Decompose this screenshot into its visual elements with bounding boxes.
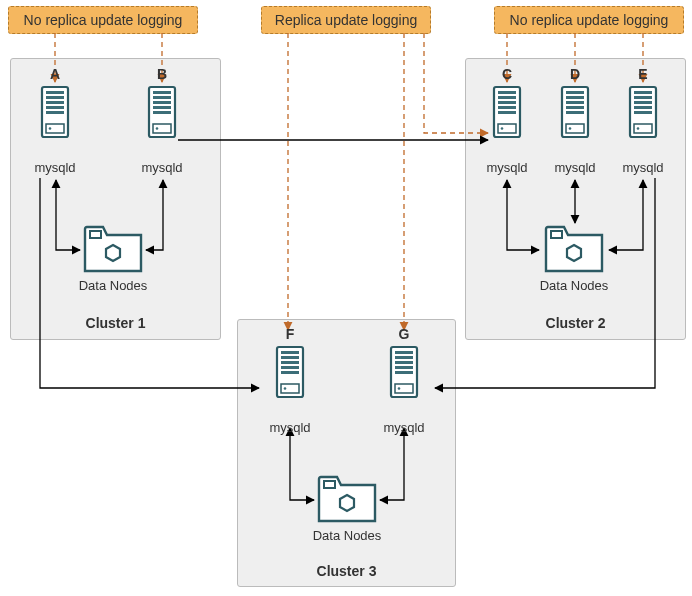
cluster-2-datanodes-icon <box>544 225 604 273</box>
svg-rect-52 <box>395 356 413 359</box>
svg-rect-30 <box>566 111 584 114</box>
svg-rect-34 <box>634 91 652 94</box>
svg-rect-14 <box>153 124 171 133</box>
svg-rect-22 <box>498 111 516 114</box>
svg-rect-37 <box>634 106 652 109</box>
svg-rect-38 <box>634 111 652 114</box>
server-F-process: mysqld <box>263 420 317 435</box>
server-G-letter: G <box>387 326 421 342</box>
svg-rect-10 <box>153 96 171 99</box>
arrow-B-datanodes <box>146 180 163 250</box>
server-D-icon <box>561 86 589 138</box>
server-A-process: mysqld <box>28 160 82 175</box>
svg-rect-21 <box>498 106 516 109</box>
svg-rect-1 <box>46 91 64 94</box>
server-G-icon <box>390 346 418 398</box>
svg-rect-13 <box>153 111 171 114</box>
svg-rect-12 <box>153 106 171 109</box>
svg-rect-41 <box>551 231 562 238</box>
cluster-1-datanodes-icon <box>83 225 143 273</box>
server-A-icon <box>41 86 69 138</box>
cluster-2-datanodes-label: Data Nodes <box>531 278 617 293</box>
svg-rect-28 <box>566 101 584 104</box>
server-B-icon <box>148 86 176 138</box>
svg-point-49 <box>284 387 287 390</box>
svg-rect-16 <box>90 231 101 238</box>
cluster-1-datanodes-label: Data Nodes <box>70 278 156 293</box>
svg-rect-9 <box>153 91 171 94</box>
server-D-letter: D <box>558 66 592 82</box>
server-C-icon <box>493 86 521 138</box>
svg-rect-58 <box>324 481 335 488</box>
arrow-E-datanodes <box>609 180 643 250</box>
svg-rect-4 <box>46 106 64 109</box>
server-D-process: mysqld <box>548 160 602 175</box>
arrow-annot-center-to-C <box>424 33 488 133</box>
svg-rect-46 <box>281 366 299 369</box>
server-E-icon <box>629 86 657 138</box>
svg-rect-18 <box>498 91 516 94</box>
svg-rect-5 <box>46 111 64 114</box>
svg-rect-11 <box>153 101 171 104</box>
arrow-A-datanodes <box>56 180 80 250</box>
svg-rect-20 <box>498 101 516 104</box>
server-C-process: mysqld <box>480 160 534 175</box>
svg-rect-51 <box>395 351 413 354</box>
svg-rect-26 <box>566 91 584 94</box>
svg-rect-29 <box>566 106 584 109</box>
svg-point-24 <box>501 127 504 130</box>
arrow-F-datanodes <box>290 428 314 500</box>
svg-rect-43 <box>281 351 299 354</box>
svg-rect-45 <box>281 361 299 364</box>
svg-point-15 <box>156 127 159 130</box>
server-C-letter: C <box>490 66 524 82</box>
svg-rect-44 <box>281 356 299 359</box>
cluster-3-datanodes-icon <box>317 475 377 523</box>
cluster-3-datanodes-label: Data Nodes <box>304 528 390 543</box>
svg-rect-36 <box>634 101 652 104</box>
server-G-process: mysqld <box>377 420 431 435</box>
svg-point-7 <box>49 127 52 130</box>
svg-rect-54 <box>395 366 413 369</box>
svg-rect-19 <box>498 96 516 99</box>
arrow-G-datanodes <box>380 428 404 500</box>
svg-rect-55 <box>395 371 413 374</box>
server-B-letter: B <box>145 66 179 82</box>
svg-rect-3 <box>46 101 64 104</box>
server-B-process: mysqld <box>135 160 189 175</box>
svg-rect-47 <box>281 371 299 374</box>
server-F-icon <box>276 346 304 398</box>
server-A-letter: A <box>38 66 72 82</box>
svg-rect-2 <box>46 96 64 99</box>
diagram-canvas: No replica update logging Replica update… <box>0 0 692 596</box>
server-F-letter: F <box>273 326 307 342</box>
svg-point-32 <box>569 127 572 130</box>
svg-rect-35 <box>634 96 652 99</box>
svg-point-40 <box>637 127 640 130</box>
svg-point-57 <box>398 387 401 390</box>
server-E-letter: E <box>626 66 660 82</box>
arrow-C-datanodes <box>507 180 539 250</box>
svg-rect-27 <box>566 96 584 99</box>
svg-rect-53 <box>395 361 413 364</box>
server-E-process: mysqld <box>616 160 670 175</box>
